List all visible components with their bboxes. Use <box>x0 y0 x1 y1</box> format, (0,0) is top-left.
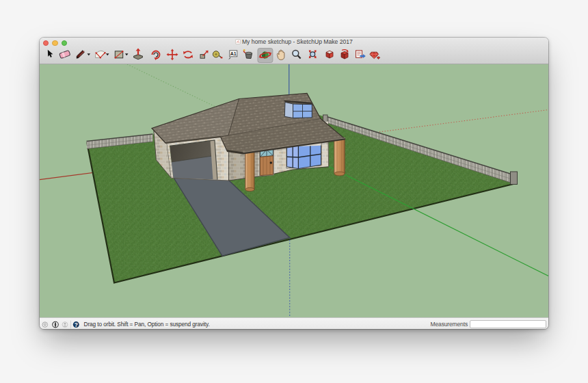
svg-text:?: ? <box>74 321 77 328</box>
svg-text:A1: A1 <box>230 51 236 56</box>
